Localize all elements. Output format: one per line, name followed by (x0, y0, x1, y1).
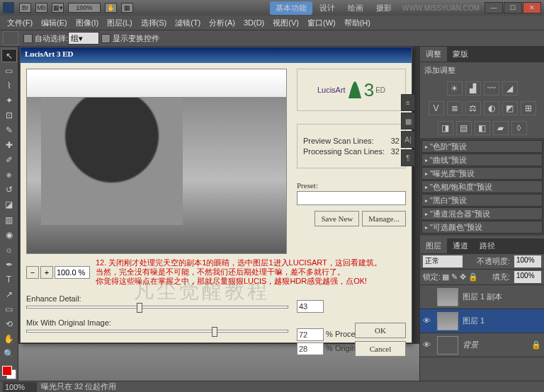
enhance-slider[interactable] (26, 306, 288, 309)
dock-swatches-icon[interactable]: ▦ (401, 113, 415, 129)
shape-tool[interactable]: ▭ (1, 303, 17, 316)
zoom-tool[interactable]: 🔍 (1, 347, 17, 361)
titlebar-btn-mb[interactable]: Mb (35, 3, 47, 13)
preset-mixer[interactable]: "通道混合器"预设 (421, 207, 543, 220)
brightness-icon[interactable]: ☀ (447, 81, 463, 96)
menu-analysis[interactable]: 分析(A) (209, 18, 235, 28)
mixer-icon[interactable]: ⊞ (521, 101, 536, 115)
titlebar-zoom[interactable]: 100% (68, 3, 101, 13)
layer-copy1[interactable]: 图层 1 副本 (420, 285, 544, 309)
titlebar-btn-hand[interactable]: ✋ (105, 3, 117, 13)
auto-select-dropdown[interactable]: 组 ▾ (68, 32, 99, 45)
bw-icon[interactable]: ◐ (484, 101, 499, 115)
mix-original-value[interactable]: 28 (297, 342, 324, 355)
hue-icon[interactable]: ≣ (447, 101, 463, 115)
preview-image[interactable] (26, 69, 287, 254)
preset-selective[interactable]: "可选颜色"预设 (421, 221, 543, 234)
history-brush-tool[interactable]: ↺ (1, 183, 17, 197)
heal-tool[interactable]: ✚ (1, 139, 17, 152)
layer-background[interactable]: 👁 背景 🔒 (420, 333, 544, 357)
dock-para-icon[interactable]: ¶ (401, 149, 415, 166)
pen-tool[interactable]: ✒ (1, 258, 17, 271)
preset-curves[interactable]: "曲线"预设 (421, 154, 543, 166)
mix-processed-value[interactable]: 72 (297, 328, 324, 341)
auto-select-checkbox[interactable] (23, 34, 33, 43)
curves-icon[interactable]: 〰 (484, 81, 499, 96)
brush-tool[interactable]: ✐ (1, 154, 17, 167)
titlebar-btn-frame[interactable]: ▦▾ (52, 3, 64, 13)
dock-char-icon[interactable]: A| (401, 131, 415, 148)
titlebar-btn-view[interactable]: ▦ (121, 3, 133, 13)
fill-input[interactable]: 100% (514, 271, 541, 283)
preset-hue[interactable]: "色相/饱和度"预设 (421, 180, 543, 193)
move-tool[interactable]: ↖ (1, 49, 17, 62)
tab-paths[interactable]: 路径 (474, 238, 501, 253)
eyedropper-tool[interactable]: ✎ (1, 123, 17, 137)
dialog-titlebar[interactable]: LucisArt 3 ED (21, 47, 412, 63)
exposure-icon[interactable]: ◢ (502, 81, 518, 96)
lasso-tool[interactable]: ⌇ (1, 79, 17, 92)
type-tool[interactable]: T (1, 272, 17, 286)
invert-icon[interactable]: ◨ (438, 121, 453, 135)
manage-button[interactable]: Manage... (362, 211, 406, 226)
menu-help[interactable]: 帮助(H) (344, 18, 370, 28)
preset-exposure[interactable]: "曝光度"预设 (421, 167, 543, 180)
minimize-button[interactable]: — (484, 2, 503, 13)
maximize-button[interactable]: ☐ (504, 2, 522, 13)
enhance-value[interactable]: 43 (297, 300, 324, 313)
posterize-icon[interactable]: ▤ (456, 121, 472, 135)
ok-button[interactable]: OK (355, 323, 406, 338)
tool-preset-icon[interactable] (3, 31, 18, 45)
mix-slider[interactable] (26, 330, 288, 333)
tab-layers[interactable]: 图层 (420, 238, 447, 253)
tab-adjust[interactable]: 调整 (420, 47, 447, 62)
dock-history-icon[interactable]: ≡ (401, 94, 415, 111)
zoom-in-button[interactable]: + (40, 266, 53, 279)
zoom-value[interactable]: 100.0 % (55, 266, 90, 279)
path-tool[interactable]: ↗ (1, 288, 17, 301)
menu-3d[interactable]: 3D(D) (244, 18, 264, 27)
visibility-icon[interactable]: 👁 (423, 340, 433, 350)
mode-paint[interactable]: 绘画 (342, 1, 369, 15)
transform-checkbox[interactable] (101, 34, 110, 43)
save-new-button[interactable]: Save New (314, 211, 359, 226)
close-button[interactable]: ✕ (523, 2, 541, 13)
opacity-input[interactable]: 100% (514, 255, 541, 267)
menu-edit[interactable]: 编辑(E) (41, 18, 67, 28)
hand-tool[interactable]: ✋ (1, 333, 17, 346)
mode-basic[interactable]: 基本功能 (270, 1, 312, 15)
photo-filter-icon[interactable]: ◩ (502, 101, 518, 115)
menu-select[interactable]: 选择(S) (141, 18, 167, 28)
visibility-icon[interactable]: 👁 (423, 316, 433, 326)
titlebar-btn-br[interactable]: Br (19, 3, 31, 13)
menu-view[interactable]: 视图(V) (273, 18, 299, 28)
menu-layer[interactable]: 图层(L) (107, 18, 132, 28)
3d-tool[interactable]: ⟲ (1, 318, 17, 331)
gradient-tool[interactable]: ▥ (1, 213, 17, 226)
eraser-tool[interactable]: ◪ (1, 198, 17, 212)
dodge-tool[interactable]: ☼ (1, 243, 17, 256)
cancel-button[interactable]: Cancel (355, 341, 406, 357)
visibility-icon[interactable] (423, 292, 433, 302)
preset-levels[interactable]: "色阶"预设 (421, 140, 543, 153)
mode-photo[interactable]: 摄影 (370, 1, 397, 15)
preset-dropdown[interactable] (297, 191, 406, 205)
blend-mode-dropdown[interactable]: 正常 (423, 255, 463, 267)
menu-window[interactable]: 窗口(W) (307, 18, 336, 28)
layer-1[interactable]: 👁 图层 1 (420, 309, 544, 333)
gradient-map-icon[interactable]: ▰ (493, 121, 509, 135)
menu-filter[interactable]: 滤镜(T) (175, 18, 200, 28)
selective-icon[interactable]: ◊ (511, 121, 527, 135)
crop-tool[interactable]: ⊡ (1, 108, 17, 122)
stamp-tool[interactable]: ⎈ (1, 168, 17, 182)
menu-image[interactable]: 图像(I) (76, 18, 98, 28)
threshold-icon[interactable]: ◧ (475, 121, 490, 135)
marquee-tool[interactable]: ▭ (1, 64, 17, 77)
blur-tool[interactable]: ◉ (1, 228, 17, 241)
wand-tool[interactable]: ✦ (1, 93, 17, 107)
preset-bw[interactable]: "黑白"预设 (421, 194, 543, 207)
tab-mask[interactable]: 蒙版 (447, 47, 474, 62)
zoom-out-button[interactable]: − (26, 266, 39, 279)
menu-file[interactable]: 文件(F) (7, 18, 33, 28)
balance-icon[interactable]: ⚖ (465, 101, 481, 115)
